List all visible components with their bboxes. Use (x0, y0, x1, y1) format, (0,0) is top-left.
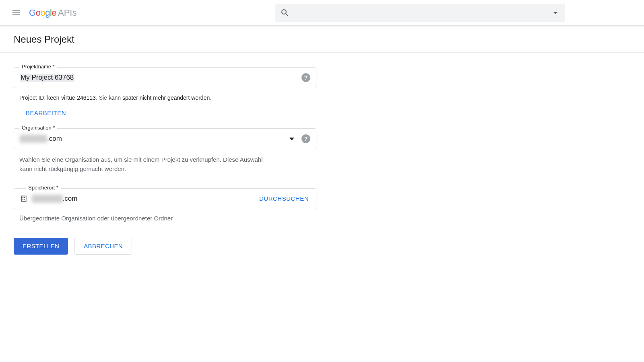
action-row: ERSTELLEN ABBRECHEN (14, 238, 316, 255)
form-content: Projektname * My Project 63768 ? Project… (0, 53, 330, 269)
logo: Google APIs (29, 8, 76, 18)
cancel-button[interactable]: ABBRECHEN (74, 238, 132, 255)
menu-button[interactable] (6, 3, 26, 23)
app-header: Google APIs (0, 0, 644, 26)
speicherort-value-redacted: xxxxxxxxx (32, 195, 63, 203)
browse-button[interactable]: DURCHSUCHEN (259, 195, 309, 202)
projectname-input[interactable]: My Project 63768 (20, 74, 74, 82)
speicherort-field: Speicherort * xxxxxxxxx.com DURCHSUCHEN (14, 188, 316, 209)
organisation-field: Organisation * xxxxxxxx.com ? (14, 128, 316, 149)
projectname-label: Projektname * (19, 64, 57, 70)
projectname-field: Projektname * My Project 63768 ? (14, 67, 316, 88)
page-title: Neues Projekt (0, 26, 644, 53)
chevron-down-icon[interactable] (551, 8, 560, 18)
speicherort-label: Speicherort * (26, 185, 61, 191)
speicherort-value: xxxxxxxxx.com (32, 195, 255, 203)
organisation-helper: Wählen Sie eine Organisation aus, um sie… (19, 155, 277, 174)
help-icon[interactable]: ? (301, 73, 310, 82)
organisation-label: Organisation * (19, 125, 57, 131)
create-button[interactable]: ERSTELLEN (14, 238, 68, 255)
project-id-helper: Project ID: keen-virtue-246113. Sie kann… (19, 94, 316, 102)
hamburger-icon (11, 8, 21, 18)
speicherort-helper: Übergeordnete Organisation oder übergeor… (19, 215, 316, 222)
building-icon (20, 195, 28, 203)
search-icon (280, 8, 290, 18)
organisation-select[interactable]: xxxxxxxx.com ? (14, 128, 316, 149)
edit-project-id-button[interactable]: BEARBEITEN (26, 109, 66, 116)
search-bar[interactable] (275, 4, 565, 22)
logo-google: Google (29, 8, 56, 18)
speicherort-box: xxxxxxxxx.com DURCHSUCHEN (14, 188, 316, 209)
logo-product: APIs (58, 8, 76, 18)
organisation-value: xxxxxxxx.com (20, 135, 286, 143)
projectname-box[interactable]: My Project 63768 ? (14, 67, 316, 88)
chevron-down-icon[interactable] (289, 138, 294, 140)
help-icon[interactable]: ? (301, 134, 310, 143)
organisation-value-redacted: xxxxxxxx (20, 135, 47, 143)
